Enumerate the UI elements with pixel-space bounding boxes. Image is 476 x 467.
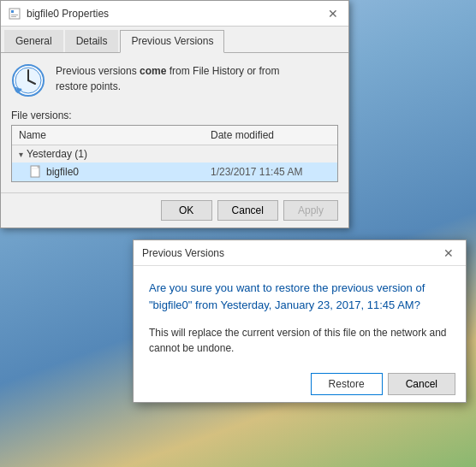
table-header: Name Date modified bbox=[12, 126, 337, 145]
restore-button[interactable]: Restore bbox=[311, 373, 383, 395]
title-left: bigfile0 Properties bbox=[8, 7, 109, 21]
dialog-close-button[interactable]: ✕ bbox=[440, 245, 457, 262]
info-description: Previous versions come from File History… bbox=[56, 63, 279, 94]
clock-icon bbox=[11, 63, 45, 98]
properties-window: bigfile0 Properties ✕ General Details Pr… bbox=[0, 0, 349, 228]
properties-titlebar: bigfile0 Properties ✕ bbox=[1, 1, 348, 27]
properties-bottom-bar: OK Cancel Apply bbox=[1, 192, 348, 228]
svg-rect-3 bbox=[11, 16, 16, 17]
dialog-cancel-button[interactable]: Cancel bbox=[388, 373, 455, 395]
file-row-date: 1/23/2017 11:45 AM bbox=[211, 166, 330, 178]
info-banner: Previous versions come from File History… bbox=[11, 63, 338, 98]
tab-content: Previous versions come from File History… bbox=[1, 53, 348, 192]
file-row[interactable]: bigfile0 1/23/2017 11:45 AM bbox=[12, 163, 337, 181]
info-text-bold: come bbox=[140, 65, 166, 77]
file-versions-label: File versions: bbox=[11, 109, 338, 121]
dialog-info: This will replace the current version of… bbox=[149, 325, 450, 356]
group-row-yesterday[interactable]: ▾ Yesterday (1) bbox=[12, 145, 337, 163]
svg-rect-0 bbox=[9, 9, 20, 19]
dialog-question: Are you sure you want to restore the pre… bbox=[149, 280, 450, 313]
ok-button[interactable]: OK bbox=[161, 200, 212, 221]
chevron-icon: ▾ bbox=[19, 150, 23, 159]
cancel-button[interactable]: Cancel bbox=[217, 200, 278, 221]
dialog-buttons: Restore Cancel bbox=[134, 366, 466, 402]
svg-rect-1 bbox=[11, 10, 14, 13]
file-icon bbox=[29, 165, 43, 179]
previous-versions-dialog: Previous Versions ✕ Are you sure you wan… bbox=[133, 239, 467, 403]
tab-general[interactable]: General bbox=[4, 30, 63, 52]
col-name-header: Name bbox=[19, 129, 211, 141]
dialog-title: Previous Versions bbox=[142, 247, 224, 259]
file-row-name: bigfile0 bbox=[46, 166, 211, 178]
properties-close-button[interactable]: ✕ bbox=[324, 5, 342, 22]
info-text-part1: Previous versions bbox=[56, 65, 140, 77]
properties-window-title: bigfile0 Properties bbox=[27, 8, 109, 20]
svg-rect-2 bbox=[11, 15, 18, 15]
properties-window-icon bbox=[8, 7, 21, 21]
dialog-content: Are you sure you want to restore the pre… bbox=[134, 266, 466, 366]
apply-button[interactable]: Apply bbox=[283, 200, 338, 221]
versions-table: Name Date modified ▾ Yesterday (1) bigfi… bbox=[11, 125, 338, 182]
tab-details[interactable]: Details bbox=[65, 30, 119, 52]
tabs-bar: General Details Previous Versions bbox=[1, 27, 348, 53]
tab-previous-versions[interactable]: Previous Versions bbox=[120, 30, 224, 53]
dialog-titlebar: Previous Versions ✕ bbox=[134, 240, 466, 266]
col-date-header: Date modified bbox=[211, 129, 330, 141]
group-label: Yesterday (1) bbox=[27, 148, 87, 160]
